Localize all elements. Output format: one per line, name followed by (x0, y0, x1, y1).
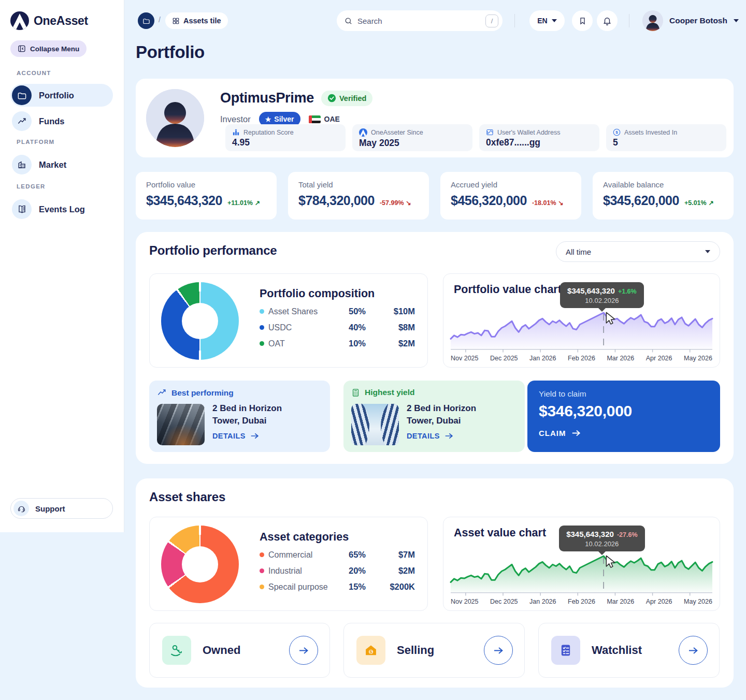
profile-name: OptimusPrime (220, 90, 314, 106)
language-select[interactable]: EN (529, 10, 565, 31)
stat-tile-value: 0xfe87......gg (486, 137, 593, 148)
chart-title: Portfolio value chart (454, 283, 562, 296)
dollar-icon: $ (613, 128, 621, 136)
property-photo (351, 404, 399, 445)
sidebar-item-label: Events Log (39, 205, 85, 214)
donut-legend: Portfolio composition Asset Shares50%$10… (260, 287, 415, 348)
highest-yield-card: Highest yield 2 Bed in Horizon Tower, Du… (343, 381, 525, 452)
legend-row: Industrial20%$2M (260, 566, 415, 576)
x-axis-label: Mar 2026 (607, 355, 634, 362)
trend-icon: ↘ (558, 199, 563, 207)
sidebar-item-funds[interactable]: Funds (10, 110, 113, 133)
search-bar: / (337, 10, 503, 31)
details-link[interactable]: DETAILS (407, 432, 519, 440)
sidebar-item-portfolio[interactable]: Portfolio (10, 84, 113, 107)
legend-dot (260, 309, 264, 314)
sidebar: OneAsset Collapse Menu ACCOUNT Portfolio… (0, 0, 124, 532)
x-axis-label: Dec 2025 (490, 598, 518, 605)
language-label: EN (537, 17, 547, 25)
app: OneAsset Collapse Menu ACCOUNT Portfolio… (0, 0, 746, 700)
details-link[interactable]: DETAILS (212, 432, 324, 440)
brand-name: OneAsset (34, 14, 88, 28)
stat-delta: +11.01% ↗ (227, 199, 260, 207)
legend-row: Commercial65%$7M (260, 550, 415, 560)
x-axis-label: Dec 2025 (490, 355, 518, 362)
arrow-right-icon (493, 646, 504, 655)
stat-value: $345,620,000 (603, 193, 679, 208)
watchlist-icon (551, 636, 580, 665)
donut-legend: Asset categories Commercial65%$7M Indust… (260, 531, 415, 592)
chart-title: Asset value chart (454, 527, 546, 539)
stat-tile-label: Assets Invested In (624, 129, 677, 136)
sidebar-item-market[interactable]: Market (10, 153, 113, 176)
bookmark-button[interactable] (572, 10, 593, 31)
x-axis-label: Apr 2026 (646, 355, 672, 362)
portfolio-composition-donut (161, 282, 239, 360)
support-button[interactable]: Support (10, 498, 113, 519)
owned-arrow-button[interactable] (289, 636, 318, 665)
user-name: Cooper Botosh (669, 16, 727, 25)
stat-tile-reputation: Reputation Score 4.95 (225, 124, 346, 151)
owned-card[interactable]: Owned (149, 623, 330, 678)
collapse-menu-button[interactable]: Collapse Menu (10, 40, 87, 57)
chart-line-icon (157, 388, 167, 398)
stat-card-total-yield: Total yield $784,320,000 -57.99% ↘ (288, 172, 429, 220)
breadcrumb-home-button[interactable] (138, 12, 154, 29)
portfolio-value-chart: $345,643,320+1.6% 10.02.2026 (451, 301, 712, 353)
claim-value: $346,320,000 (539, 402, 709, 420)
stat-card-available-balance: Available balance $345,620,000 +5.01% ↗ (593, 172, 734, 220)
verified-badge: Verified (321, 91, 372, 106)
x-axis-labels: Nov 2025Dec 2025Jan 2026Feb 2026Mar 2026… (451, 598, 712, 605)
verified-label: Verified (339, 94, 366, 103)
trend-icon: ↗ (708, 199, 713, 207)
stat-value: $345,643,320 (146, 193, 222, 208)
asset-categories-card: Asset categories Commercial65%$7M Indust… (149, 517, 428, 611)
chevron-down-icon (734, 19, 739, 22)
x-axis-label: Mar 2026 (607, 598, 634, 605)
sidebar-item-events-log[interactable]: Events Log (10, 198, 113, 221)
claim-button[interactable]: CLAIM (539, 429, 709, 438)
time-range-select[interactable]: All time (556, 241, 720, 262)
svg-text:$: $ (615, 130, 618, 135)
asset-shares-section: Asset shares Asset categories Commercial… (136, 478, 734, 688)
time-range-value: All time (566, 247, 591, 256)
legend-dot (260, 585, 264, 589)
notifications-button[interactable] (597, 10, 618, 31)
search-shortcut-key: / (485, 14, 498, 27)
header-divider (629, 14, 629, 27)
chart-line-icon (12, 111, 32, 131)
search-input[interactable] (357, 17, 485, 25)
watchlist-arrow-button[interactable] (679, 636, 708, 665)
legend-row: OAT10%$2M (260, 339, 415, 348)
section-label-platform: PLATFORM (17, 139, 54, 145)
sidebar-item-label: Portfolio (39, 91, 74, 100)
user-menu[interactable]: Cooper Botosh (642, 10, 739, 31)
legend-row: Specail purpose15%$200K (260, 582, 415, 592)
section-title: Asset shares (149, 490, 225, 504)
stat-cards-row: Portfolio value $345,643,320 +11.01% ↗ T… (136, 172, 734, 220)
selling-arrow-button[interactable] (484, 636, 513, 665)
breadcrumb-assets-tile[interactable]: Assets tile (165, 12, 228, 29)
sidebar-item-label: Funds (39, 116, 65, 126)
asset-categories-donut (161, 526, 239, 603)
stat-label: Accrued yield (451, 180, 571, 189)
uae-flag-icon (309, 115, 321, 123)
brand-logo-icon (10, 11, 29, 30)
x-axis-labels: Nov 2025Dec 2025Jan 2026Feb 2026Mar 2026… (451, 355, 712, 362)
stat-value: $784,320,000 (298, 193, 375, 208)
asset-value-chart-card: Asset value chart $345,643,320-27.6% 10.… (443, 517, 720, 611)
stat-tile-value: 4.95 (232, 137, 339, 148)
chevron-down-icon (552, 19, 557, 22)
legend-title: Asset categories (260, 531, 415, 544)
search-icon (344, 17, 353, 25)
property-photo (157, 404, 205, 445)
watchlist-card[interactable]: Watchlist (538, 623, 720, 678)
tier-label: Silver (274, 115, 294, 123)
arrow-right-icon (571, 429, 581, 437)
folder-icon (12, 85, 32, 105)
x-axis-label: Apr 2026 (646, 598, 672, 605)
selling-card[interactable]: $ Selling (343, 623, 525, 678)
stat-label: Portfolio value (146, 180, 266, 189)
arrow-right-icon (688, 646, 698, 655)
avatar (642, 10, 663, 31)
